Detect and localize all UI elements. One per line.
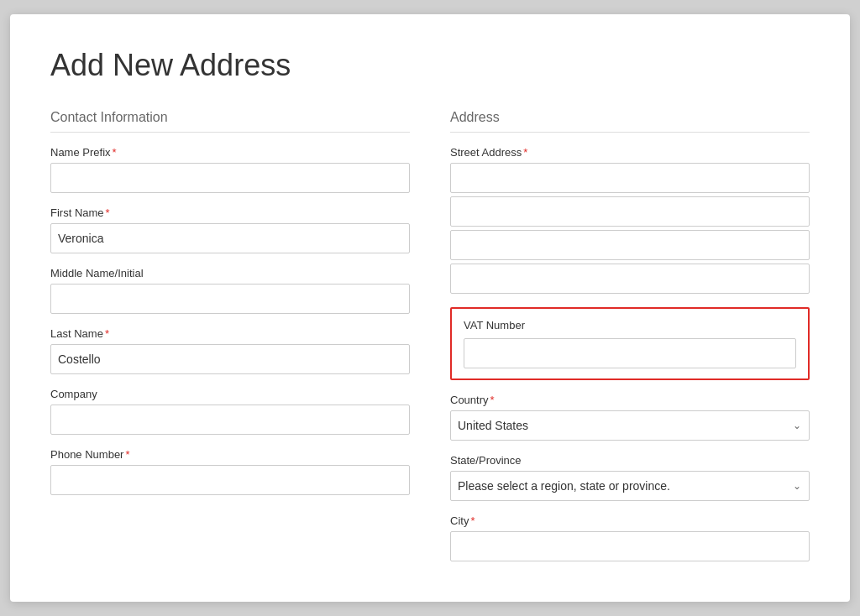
first-name-input[interactable] (50, 223, 410, 253)
first-name-group: First Name* (50, 206, 410, 253)
company-input[interactable] (50, 405, 410, 435)
last-name-group: Last Name* (50, 327, 410, 374)
street-required: * (523, 146, 527, 159)
vat-number-section: VAT Number (450, 307, 810, 380)
vat-number-input[interactable] (464, 338, 796, 368)
country-label: Country* (450, 394, 810, 406)
phone-number-group: Phone Number* (50, 448, 410, 495)
name-prefix-group: Name Prefix* (50, 146, 410, 193)
name-prefix-label: Name Prefix* (50, 146, 410, 159)
middle-name-label: Middle Name/Initial (50, 267, 410, 279)
country-required: * (490, 394, 495, 406)
state-select-wrapper: Please select a region, state or provinc… (450, 471, 810, 501)
name-prefix-input[interactable] (50, 163, 410, 193)
city-group: City* (450, 514, 810, 561)
first-name-label: First Name* (50, 206, 410, 219)
page-title: Add New Address (50, 48, 810, 83)
state-province-group: State/Province Please select a region, s… (450, 454, 810, 501)
country-group: Country* United States Canada United Kin… (450, 394, 810, 441)
last-name-input[interactable] (50, 344, 410, 374)
phone-required: * (125, 448, 129, 461)
first-name-required: * (106, 206, 110, 219)
add-address-card: Add New Address Contact Information Name… (10, 14, 850, 602)
middle-name-input[interactable] (50, 284, 410, 314)
state-province-label: State/Province (450, 454, 810, 467)
city-input[interactable] (450, 531, 810, 561)
country-select[interactable]: United States Canada United Kingdom (450, 410, 810, 441)
vat-number-label: VAT Number (464, 319, 796, 331)
phone-number-input[interactable] (50, 465, 410, 495)
country-select-wrapper: United States Canada United Kingdom ⌄ (450, 410, 810, 441)
street-address-line4[interactable] (450, 264, 810, 294)
street-address-line3[interactable] (450, 230, 810, 260)
company-group: Company (50, 388, 410, 435)
last-name-required: * (105, 327, 109, 340)
contact-section-title: Contact Information (50, 110, 410, 133)
company-label: Company (50, 388, 410, 400)
last-name-label: Last Name* (50, 327, 410, 340)
name-prefix-required: * (113, 146, 117, 159)
street-address-label: Street Address* (450, 146, 810, 159)
form-layout: Contact Information Name Prefix* First N… (50, 110, 810, 561)
phone-number-label: Phone Number* (50, 448, 410, 461)
contact-column: Contact Information Name Prefix* First N… (50, 110, 410, 561)
state-select[interactable]: Please select a region, state or provinc… (450, 471, 810, 501)
address-section-title: Address (450, 110, 810, 133)
city-required: * (470, 514, 475, 527)
street-address-line2[interactable] (450, 196, 810, 227)
street-address-group: Street Address* (450, 146, 810, 294)
city-label: City* (450, 514, 810, 527)
street-address-line1[interactable] (450, 163, 810, 193)
address-column: Address Street Address* VAT Number Count… (450, 110, 810, 561)
middle-name-group: Middle Name/Initial (50, 267, 410, 314)
